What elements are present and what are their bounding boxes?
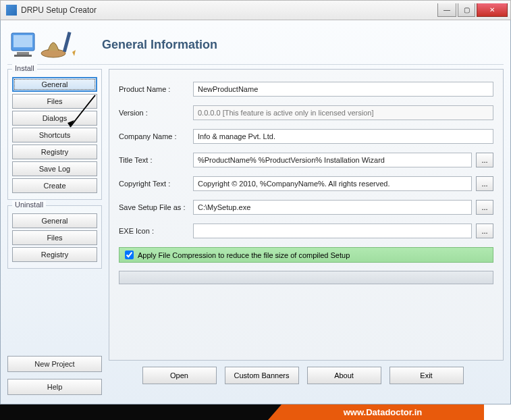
uninstall-group-label: Uninstall	[12, 201, 46, 209]
label-title-text: Title Text :	[119, 156, 193, 164]
browse-exe-icon[interactable]: ...	[476, 224, 493, 238]
svg-marker-6	[72, 50, 76, 56]
input-title-text[interactable]	[193, 153, 472, 167]
main-panel: Product Name : Version : Company Name : …	[109, 69, 504, 361]
footer-left: New Project Help	[7, 354, 102, 397]
sidebar-install-files[interactable]: Files	[12, 94, 97, 109]
sidebar-install-general[interactable]: General	[12, 77, 97, 92]
new-project-button[interactable]: New Project	[7, 356, 102, 372]
input-copyright[interactable]	[193, 176, 472, 191]
label-company-name: Company Name :	[119, 132, 193, 140]
sidebar: Install General Files Dialogs Shortcuts …	[7, 69, 102, 361]
label-product-name: Product Name :	[119, 85, 193, 93]
sidebar-install-create[interactable]: Create	[12, 178, 97, 193]
svg-rect-2	[17, 52, 29, 55]
svg-rect-5	[63, 31, 72, 51]
exit-button[interactable]: Exit	[389, 367, 464, 384]
about-button[interactable]: About	[307, 367, 381, 384]
svg-rect-3	[14, 55, 32, 57]
close-button[interactable]: ✕	[477, 3, 508, 17]
browse-title-text[interactable]: ...	[476, 153, 493, 167]
input-company-name[interactable]	[193, 129, 493, 144]
browse-save-as[interactable]: ...	[476, 200, 493, 215]
label-compression: Apply File Compression to reduce the fil…	[138, 251, 350, 259]
input-exe-icon[interactable]	[193, 224, 472, 238]
row-copyright: Copyright Text : ...	[119, 176, 493, 191]
header: General Information	[7, 26, 504, 65]
checkbox-compression[interactable]	[125, 251, 134, 259]
label-version: Version :	[119, 109, 193, 117]
maximize-button[interactable]: ▢	[458, 3, 475, 17]
sidebar-install-registry[interactable]: Registry	[12, 145, 97, 159]
row-version: Version :	[119, 105, 493, 120]
label-exe-icon: EXE Icon :	[119, 227, 193, 235]
window-body: General Information Install General File…	[0, 20, 511, 404]
custom-banners-button[interactable]: Custom Banners	[225, 367, 299, 384]
bottom-bar-url: www.Datadoctor.in	[281, 404, 484, 420]
row-title-text: Title Text : ...	[119, 153, 493, 167]
row-save-as: Save Setup File as : ...	[119, 200, 493, 215]
uninstall-group: Uninstall General Files Registry	[7, 205, 102, 269]
sidebar-install-dialogs[interactable]: Dialogs	[12, 111, 97, 126]
footer-right: Open Custom Banners About Exit	[102, 367, 504, 384]
header-logo	[7, 26, 88, 65]
install-group: Install General Files Dialogs Shortcuts …	[7, 69, 102, 200]
open-button[interactable]: Open	[142, 367, 217, 384]
sidebar-uninstall-files[interactable]: Files	[12, 230, 97, 245]
input-version[interactable]	[193, 105, 493, 120]
browse-copyright[interactable]: ...	[476, 176, 493, 191]
footer: New Project Help Open Custom Banners Abo…	[7, 354, 504, 397]
sidebar-uninstall-general[interactable]: General	[12, 213, 97, 228]
section-title: General Information	[102, 38, 217, 52]
row-product-name: Product Name :	[119, 82, 493, 97]
label-copyright: Copyright Text :	[119, 180, 193, 188]
row-compression: Apply File Compression to reduce the fil…	[119, 247, 493, 263]
progress-bar	[119, 271, 493, 284]
sidebar-install-savelog[interactable]: Save Log	[12, 161, 97, 176]
sidebar-uninstall-registry[interactable]: Registry	[12, 247, 97, 262]
row-exe-icon: EXE Icon : ...	[119, 224, 493, 238]
bottom-bar: www.Datadoctor.in	[0, 404, 511, 420]
install-group-label: Install	[12, 64, 37, 72]
input-save-as[interactable]	[193, 200, 472, 215]
row-company-name: Company Name :	[119, 129, 493, 144]
svg-rect-1	[14, 35, 32, 47]
bottom-bar-right	[484, 404, 511, 420]
label-save-as: Save Setup File as :	[119, 203, 193, 211]
app-icon	[6, 5, 17, 16]
window-controls: — ▢ ✕	[436, 3, 508, 17]
help-button[interactable]: Help	[7, 379, 102, 395]
window-title: DRPU Setup Creator	[21, 5, 436, 15]
sidebar-install-shortcuts[interactable]: Shortcuts	[12, 128, 97, 142]
bottom-bar-left	[0, 404, 281, 420]
titlebar: DRPU Setup Creator — ▢ ✕	[0, 0, 511, 20]
minimize-button[interactable]: —	[437, 3, 456, 17]
content: Install General Files Dialogs Shortcuts …	[7, 69, 504, 361]
input-product-name[interactable]	[193, 82, 493, 97]
